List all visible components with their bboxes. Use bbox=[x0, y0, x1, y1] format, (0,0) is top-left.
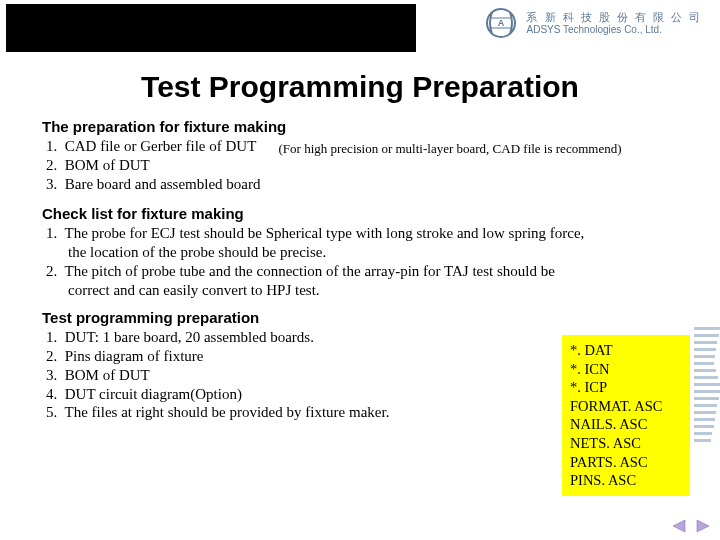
list-item: 4. DUT circuit diagram(Option) bbox=[46, 385, 500, 404]
svg-marker-2 bbox=[673, 520, 685, 532]
list-item: 5. The files at right should be provided… bbox=[46, 403, 500, 422]
file-entry: FORMAT. ASC bbox=[570, 397, 682, 416]
next-slide-button[interactable] bbox=[694, 518, 712, 534]
tpp-list: 1. DUT: 1 bare board, 20 assembled board… bbox=[40, 328, 500, 422]
slide-content: Test Programming Preparation The prepara… bbox=[0, 70, 720, 540]
files-box: *. DAT *. ICN *. ICP FORMAT. ASC NAILS. … bbox=[562, 335, 690, 495]
prep-fixture-list: 1. CAD file or Gerber file of DUT 2. BOM… bbox=[40, 137, 261, 193]
tpp-label: Test programming preparation bbox=[42, 309, 680, 326]
svg-text:A: A bbox=[498, 18, 505, 28]
list-item: 2. Pins diagram of fixture bbox=[46, 347, 500, 366]
list-item: 1. CAD file or Gerber file of DUT bbox=[46, 137, 261, 156]
list-item: 1. The probe for ECJ test should be Sphe… bbox=[46, 224, 600, 262]
page-title: Test Programming Preparation bbox=[40, 70, 680, 104]
file-entry: NAILS. ASC bbox=[570, 415, 682, 434]
list-item: 2. BOM of DUT bbox=[46, 156, 261, 175]
checklist-label: Check list for fixture making bbox=[42, 205, 680, 222]
company-name-en: ADSYS Technologies Co., Ltd. bbox=[526, 24, 702, 35]
file-entry: *. DAT bbox=[570, 341, 682, 360]
company-name-cn: 系 新 科 技 股 份 有 限 公 司 bbox=[526, 11, 702, 23]
company-logo-icon: A bbox=[484, 6, 518, 40]
file-entry: *. ICN bbox=[570, 360, 682, 379]
file-entry: PINS. ASC bbox=[570, 471, 682, 490]
nav-arrows bbox=[670, 518, 712, 534]
decorative-stripes bbox=[694, 327, 720, 446]
list-item: 2. The pitch of probe tube and the conne… bbox=[46, 262, 600, 300]
prev-slide-button[interactable] bbox=[670, 518, 688, 534]
file-entry: *. ICP bbox=[570, 378, 682, 397]
svg-marker-3 bbox=[697, 520, 709, 532]
arrow-left-icon bbox=[671, 519, 687, 533]
file-entry: PARTS. ASC bbox=[570, 453, 682, 472]
prep-fixture-note: (For high precision or multi-layer board… bbox=[279, 141, 622, 157]
list-item: 3. BOM of DUT bbox=[46, 366, 500, 385]
black-placeholder bbox=[6, 4, 416, 52]
file-entry: NETS. ASC bbox=[570, 434, 682, 453]
list-item: 3. Bare board and assembled board bbox=[46, 175, 261, 194]
prep-fixture-label: The preparation for fixture making bbox=[42, 118, 680, 135]
checklist-list: 1. The probe for ECJ test should be Sphe… bbox=[40, 224, 600, 299]
company-branding: A 系 新 科 技 股 份 有 限 公 司 ADSYS Technologies… bbox=[484, 6, 702, 40]
list-item: 1. DUT: 1 bare board, 20 assembled board… bbox=[46, 328, 500, 347]
arrow-right-icon bbox=[695, 519, 711, 533]
top-bar: A 系 新 科 技 股 份 有 限 公 司 ADSYS Technologies… bbox=[0, 0, 720, 56]
